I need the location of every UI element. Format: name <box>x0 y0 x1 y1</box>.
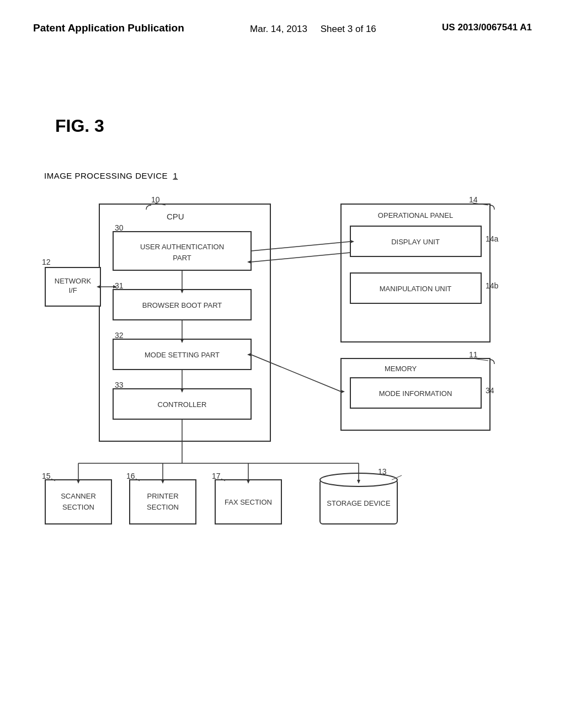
svg-text:SCANNER: SCANNER <box>61 492 96 500</box>
svg-text:MANIPULATION UNIT: MANIPULATION UNIT <box>380 285 452 293</box>
page-header: Patent Application Publication Mar. 14, … <box>0 0 565 36</box>
header-date-sheet: Mar. 14, 2013 Sheet 3 of 16 <box>250 22 376 36</box>
svg-text:I/F: I/F <box>68 286 77 295</box>
header-patent-number: US 2013/0067541 A1 <box>442 22 532 33</box>
ipd-label: IMAGE PROCESSING DEVICE 1 <box>44 171 178 180</box>
svg-text:32: 32 <box>115 331 124 340</box>
svg-line-72 <box>155 203 166 205</box>
svg-marker-55 <box>350 240 354 243</box>
svg-text:15: 15 <box>42 472 51 480</box>
svg-text:FAX SECTION: FAX SECTION <box>225 498 272 506</box>
svg-text:SECTION: SECTION <box>62 503 94 511</box>
svg-text:14a: 14a <box>486 234 499 243</box>
svg-rect-8 <box>113 232 251 270</box>
svg-text:BROWSER BOOT PART: BROWSER BOOT PART <box>142 301 222 309</box>
header-publication-label: Patent Application Publication <box>33 22 184 34</box>
svg-text:PART: PART <box>173 254 191 262</box>
svg-marker-80 <box>180 389 184 393</box>
svg-marker-60 <box>341 390 345 393</box>
figure-label: FIG. 3 <box>55 116 104 136</box>
svg-marker-70 <box>357 480 360 484</box>
svg-rect-36 <box>45 480 111 524</box>
svg-marker-53 <box>113 285 117 288</box>
svg-rect-4 <box>45 267 100 306</box>
svg-rect-15 <box>113 339 251 370</box>
svg-line-77 <box>136 479 140 481</box>
svg-marker-68 <box>247 480 250 484</box>
svg-line-74 <box>473 358 488 361</box>
svg-text:USER AUTHENTICATION: USER AUTHENTICATION <box>140 243 224 251</box>
svg-line-3 <box>154 202 157 204</box>
svg-rect-47 <box>320 480 397 524</box>
svg-line-58 <box>251 355 341 392</box>
svg-text:STORAGE DEVICE: STORAGE DEVICE <box>327 499 391 507</box>
svg-line-54 <box>251 242 350 251</box>
svg-text:14: 14 <box>469 195 478 204</box>
svg-line-56 <box>251 253 350 262</box>
svg-rect-27 <box>350 273 481 303</box>
svg-rect-33 <box>350 378 481 408</box>
svg-marker-66 <box>161 480 164 484</box>
svg-rect-40 <box>130 480 196 524</box>
svg-text:DISPLAY UNIT: DISPLAY UNIT <box>391 238 440 246</box>
svg-text:34: 34 <box>486 386 494 395</box>
svg-point-48 <box>320 473 397 486</box>
svg-text:CONTROLLER: CONTROLLER <box>158 400 207 409</box>
svg-text:MODE SETTING PART: MODE SETTING PART <box>145 351 220 359</box>
svg-rect-21 <box>341 204 490 342</box>
svg-text:13: 13 <box>378 467 387 476</box>
svg-text:17: 17 <box>212 472 221 480</box>
svg-line-75 <box>392 475 402 480</box>
svg-text:MODE INFORMATION: MODE INFORMATION <box>379 389 452 398</box>
svg-text:10: 10 <box>151 195 160 204</box>
svg-rect-44 <box>215 480 281 524</box>
svg-text:MEMORY: MEMORY <box>385 365 417 373</box>
svg-text:NETWORK: NETWORK <box>55 277 92 285</box>
svg-text:14b: 14b <box>486 281 499 290</box>
svg-line-73 <box>473 203 488 205</box>
svg-line-78 <box>221 479 225 481</box>
svg-rect-24 <box>350 226 481 256</box>
svg-marker-64 <box>77 480 80 484</box>
svg-text:OPERATIONAL PANEL: OPERATIONAL PANEL <box>378 211 453 220</box>
svg-text:12: 12 <box>42 258 51 266</box>
svg-text:PRINTER: PRINTER <box>147 492 178 500</box>
svg-text:33: 33 <box>115 381 124 389</box>
svg-text:SECTION: SECTION <box>147 503 179 511</box>
svg-text:CPU: CPU <box>167 212 184 221</box>
svg-marker-59 <box>247 353 251 356</box>
svg-marker-52 <box>97 285 100 288</box>
diagram-container: IMAGE PROCESSING DEVICE 1 CPU 10 NETWORK… <box>33 171 530 568</box>
svg-rect-18 <box>113 389 251 419</box>
svg-marker-84 <box>180 290 184 293</box>
svg-rect-30 <box>341 358 490 430</box>
svg-line-76 <box>51 479 55 481</box>
svg-marker-82 <box>180 339 184 343</box>
svg-text:31: 31 <box>115 281 124 290</box>
svg-rect-12 <box>113 290 251 320</box>
svg-text:11: 11 <box>469 350 478 359</box>
svg-text:16: 16 <box>126 472 135 480</box>
diagram-svg: CPU 10 NETWORK I/F 12 USER AUTHENTICATIO… <box>33 171 530 568</box>
svg-rect-0 <box>99 204 270 441</box>
svg-text:30: 30 <box>115 223 124 232</box>
svg-marker-57 <box>247 260 251 264</box>
